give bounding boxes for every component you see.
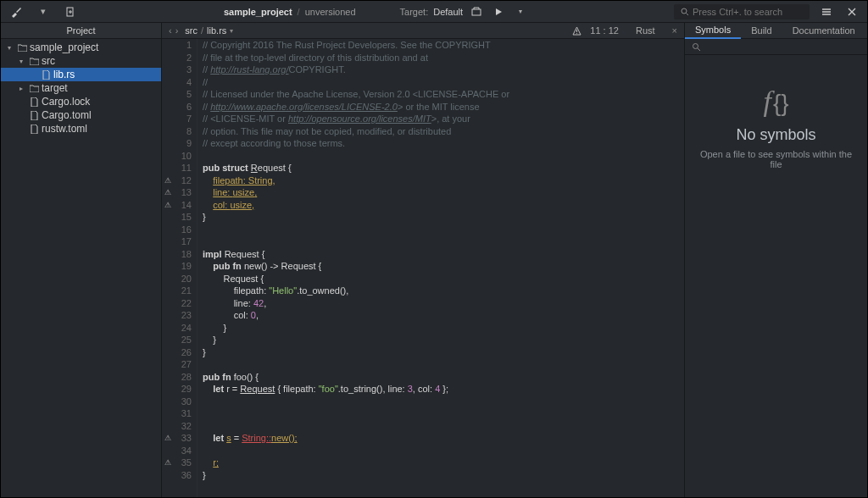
menu-icon[interactable] <box>818 3 835 20</box>
panel-search[interactable] <box>685 39 867 55</box>
nav-back-icon[interactable]: ‹ <box>169 25 172 36</box>
code-line[interactable]: // <box>203 76 684 89</box>
code-line[interactable] <box>203 224 684 236</box>
gutter-warning-icon <box>162 125 174 138</box>
code-line[interactable] <box>203 396 684 408</box>
code-line[interactable]: let r = Request { filepath: "foo".to_str… <box>203 383 684 396</box>
code-line[interactable] <box>203 150 684 163</box>
code-line[interactable] <box>203 420 684 433</box>
tree-file[interactable]: lib.rs <box>1 68 161 81</box>
code-line[interactable]: r; <box>203 456 684 469</box>
gutter-warning-icon[interactable]: ⚠ <box>162 432 174 445</box>
code-line[interactable]: let s = String::new(); <box>203 432 684 445</box>
titlebar-left: ▾ <box>1 3 79 20</box>
tree-file[interactable]: Cargo.toml <box>1 108 161 122</box>
code-body[interactable]: // Copyright 2016 The Rust Project Devel… <box>198 39 684 497</box>
code-line[interactable]: line: 42, <box>203 297 684 310</box>
tree-folder[interactable]: ▾sample_project <box>1 41 161 54</box>
panel-tab-documentation[interactable]: Documentation <box>782 23 865 39</box>
code-line[interactable]: // http://rust-lang.org/COPYRIGHT. <box>203 64 684 76</box>
search-input[interactable] <box>693 7 803 17</box>
code-line[interactable]: // http://www.apache.org/licenses/LICENS… <box>203 101 684 113</box>
tree-file[interactable]: rustw.toml <box>1 122 161 136</box>
code-line[interactable]: line: usize, <box>203 186 684 199</box>
code-line[interactable] <box>203 235 684 248</box>
run-dropdown-icon[interactable]: ▾ <box>512 3 529 20</box>
gutter-warning-icon <box>162 383 174 396</box>
line-number: 32 <box>174 420 192 433</box>
tree-folder[interactable]: ▾src <box>1 54 161 68</box>
code-line[interactable] <box>203 445 684 457</box>
gutter-warning-icon <box>162 469 174 482</box>
tab-close-icon[interactable]: × <box>672 25 677 36</box>
code-line[interactable]: } <box>203 346 684 359</box>
dropdown-icon[interactable]: ▾ <box>35 3 52 20</box>
code-line[interactable]: // Licensed under the Apache License, Ve… <box>203 88 684 101</box>
code-line[interactable]: } <box>203 211 684 224</box>
gutter-warning-icon <box>162 76 174 89</box>
gutter-warning-icon[interactable]: ⚠ <box>162 456 174 469</box>
gutter-warning-icon <box>162 137 174 150</box>
tree-file[interactable]: Cargo.lock <box>1 95 161 108</box>
code-line[interactable]: } <box>203 334 684 346</box>
line-number: 2 <box>174 52 192 64</box>
gutter-warning-icon <box>162 248 174 261</box>
code-line[interactable]: } <box>203 469 684 482</box>
nav-arrows: ‹ › <box>162 25 185 36</box>
tree-folder[interactable]: ▸target <box>1 81 161 95</box>
panel-tab-symbols[interactable]: Symbols <box>685 23 741 39</box>
code-line[interactable]: } <box>203 322 684 335</box>
code-line[interactable]: col: usize, <box>203 199 684 212</box>
sidebar-header: Project <box>1 23 161 39</box>
target-value[interactable]: Default <box>433 7 463 17</box>
build-icon[interactable] <box>468 3 485 20</box>
chevron-down-icon[interactable]: ▾ <box>230 27 233 35</box>
language-tab[interactable]: Rust <box>627 23 664 39</box>
crumb-folder: src <box>185 25 198 36</box>
code-line[interactable]: // except according to those terms. <box>203 137 684 150</box>
editor-tabbar: ‹ › src / lib.rs ▾ 11 : 12 Rust × <box>162 23 684 39</box>
run-icon[interactable] <box>490 3 507 20</box>
gutter-warning-icon[interactable]: ⚠ <box>162 174 174 187</box>
line-number: 11 <box>174 162 192 174</box>
code-line[interactable]: // option. This file may not be copied, … <box>203 125 684 138</box>
breadcrumb[interactable]: src / lib.rs ▾ <box>185 25 233 36</box>
code-line[interactable]: pub struct Request { <box>203 162 684 174</box>
code-line[interactable]: col: 0, <box>203 309 684 322</box>
main-layout: Project ▾sample_project▾srclib.rs▸target… <box>1 23 867 497</box>
right-panel: SymbolsBuildDocumentation f{} No symbols… <box>684 23 867 497</box>
gutter-warning-icon[interactable]: ⚠ <box>162 199 174 212</box>
chevron-icon: ▾ <box>19 58 28 65</box>
code-container[interactable]: ⚠⚠⚠⚠⚠ 1234567891011121314151617181920212… <box>162 39 684 497</box>
global-search[interactable] <box>674 4 810 19</box>
new-file-icon[interactable] <box>62 3 79 20</box>
code-line[interactable] <box>203 358 684 371</box>
code-line[interactable]: pub fn new() -> Request { <box>203 260 684 273</box>
function-symbol-icon: f{} <box>763 86 788 118</box>
code-line[interactable]: // Copyright 2016 The Rust Project Devel… <box>203 39 684 52</box>
code-line[interactable]: Request { <box>203 273 684 285</box>
warning-icon[interactable] <box>572 26 581 36</box>
line-number: 1 <box>174 39 192 52</box>
code-line[interactable]: // file at the top-level directory of th… <box>203 52 684 64</box>
panel-tab-build[interactable]: Build <box>741 23 782 39</box>
code-line[interactable] <box>203 407 684 420</box>
line-number: 35 <box>174 456 192 469</box>
code-line[interactable]: filepath: "Hello".to_owned(), <box>203 285 684 297</box>
nav-forward-icon[interactable]: › <box>175 25 179 36</box>
close-icon[interactable] <box>843 3 860 20</box>
gutter-warning-icon <box>162 396 174 408</box>
line-number: 13 <box>174 186 192 199</box>
code-line[interactable]: pub fn foo() { <box>203 371 684 384</box>
gutter-warning-icon[interactable]: ⚠ <box>162 186 174 199</box>
tree-item-label: rustw.toml <box>42 123 87 135</box>
file-icon <box>28 125 40 134</box>
code-line[interactable]: filepath: String, <box>203 174 684 187</box>
code-line[interactable]: impl Request { <box>203 248 684 261</box>
code-line[interactable]: // <LICENSE-MIT or http://opensource.org… <box>203 113 684 125</box>
folder-icon <box>16 44 28 52</box>
line-number: 25 <box>174 334 192 346</box>
line-number: 23 <box>174 309 192 322</box>
brush-icon[interactable] <box>8 3 25 20</box>
gutter-warning-icon <box>162 162 174 174</box>
